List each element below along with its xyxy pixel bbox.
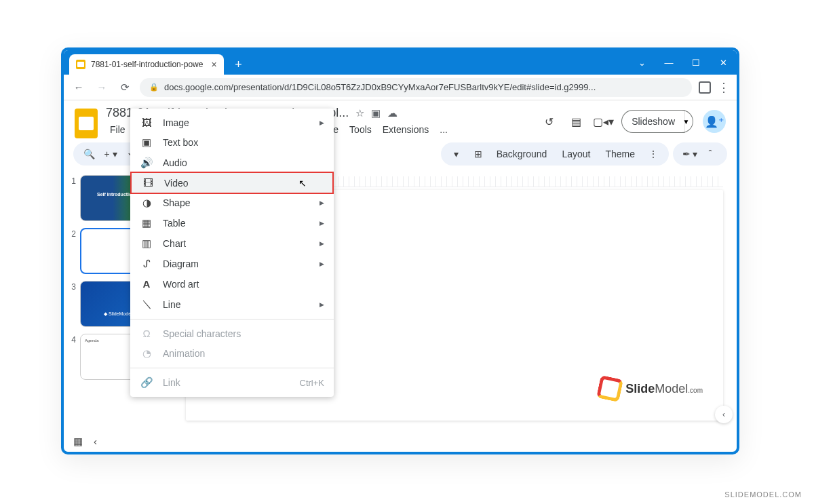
cloud-icon[interactable]: ☁	[387, 107, 398, 119]
submenu-arrow-icon: ▶	[319, 240, 324, 247]
maximize-icon[interactable]: ☐	[682, 52, 710, 73]
insert-animation: ◔Animation	[130, 343, 334, 364]
link-icon: 🔗	[140, 376, 153, 389]
search-icon[interactable]: 🔍	[80, 145, 98, 163]
slidemodel-logo: SlideModel.com	[598, 377, 703, 400]
submenu-arrow-icon: ▶	[319, 119, 324, 126]
url-text: docs.google.com/presentation/d/1D9CiL08o…	[164, 82, 596, 92]
thumb-number: 2	[69, 229, 76, 239]
slides-favicon-icon	[76, 60, 85, 69]
submenu-arrow-icon: ▶	[319, 199, 324, 206]
menu-tools[interactable]: Tools	[345, 123, 376, 136]
menu-file[interactable]: File	[106, 123, 130, 136]
insert-table[interactable]: ▦Table▶	[130, 213, 334, 233]
insert-special-chars: ΩSpecial characters	[130, 324, 334, 343]
insert-chart[interactable]: ▥Chart▶	[130, 233, 334, 254]
insert-line[interactable]: ＼Line▶	[130, 294, 334, 315]
chrome-menu-icon[interactable]: ⋮	[718, 80, 730, 95]
special-chars-icon: Ω	[140, 328, 153, 339]
menu-separator	[130, 319, 334, 319]
address-bar-row: ← → ⟳ 🔒 docs.google.com/presentation/d/1…	[64, 75, 737, 100]
insert-textbox[interactable]: ▣Text box	[130, 132, 334, 153]
insert-wordart[interactable]: AWord art	[130, 274, 334, 294]
layout-button[interactable]: Layout	[556, 146, 596, 162]
shape-icon: ◑	[140, 197, 153, 209]
meet-icon[interactable]: ▢◂▾	[594, 113, 612, 130]
prev-slide-icon[interactable]: ‹	[94, 435, 97, 448]
slideshow-dropdown[interactable]: ▼	[676, 110, 693, 133]
submenu-arrow-icon: ▶	[319, 301, 324, 308]
tab-close-icon[interactable]: ×	[211, 59, 216, 70]
audio-icon: 🔊	[140, 157, 153, 169]
collapse-toolbar-icon[interactable]: ˆ	[701, 145, 719, 163]
wordart-icon: A	[140, 278, 153, 290]
share-button[interactable]: 👤⁺	[703, 110, 726, 133]
insert-image[interactable]: 🖼Image▶	[130, 113, 334, 132]
extensions-icon[interactable]	[699, 81, 711, 94]
textbox-tool-icon[interactable]: ⊞	[469, 145, 487, 163]
background-button[interactable]: Background	[491, 146, 553, 162]
page-watermark: SLIDEMODEL.COM	[724, 490, 802, 499]
pointer-mode-icon[interactable]: ✒ ▾	[681, 145, 699, 163]
textbox-icon: ▣	[140, 136, 153, 149]
arrow-tool-icon[interactable]: ▾	[448, 145, 465, 163]
close-icon[interactable]: ✕	[710, 52, 737, 73]
slides-logo-icon[interactable]	[75, 109, 98, 138]
thumb-number: 4	[69, 335, 76, 345]
chevron-down-icon[interactable]: ⌄	[628, 52, 655, 73]
star-icon[interactable]: ☆	[355, 107, 364, 119]
menu-more[interactable]: ...	[435, 123, 452, 136]
thumb-number: 3	[69, 282, 76, 292]
line-icon: ＼	[140, 298, 153, 311]
grid-view-icon[interactable]: ▦	[73, 435, 83, 448]
table-icon: ▦	[140, 217, 153, 229]
lock-icon: 🔒	[149, 83, 159, 92]
thumb-number: 1	[69, 176, 76, 186]
collapse-panel-icon[interactable]: ‹	[715, 406, 733, 423]
comments-icon[interactable]: ▤	[567, 113, 585, 130]
forward-icon[interactable]: →	[94, 79, 110, 96]
submenu-arrow-icon: ▶	[319, 220, 324, 227]
theme-button[interactable]: Theme	[600, 146, 640, 162]
insert-menu-dropdown: 🖼Image▶ ▣Text box 🔊Audio 🎞Video↖ ◑Shape▶…	[130, 109, 334, 397]
move-icon[interactable]: ▣	[371, 107, 381, 119]
cursor-icon: ↖	[298, 178, 307, 189]
new-slide-icon[interactable]: + ▾	[102, 145, 119, 163]
image-icon: 🖼	[140, 117, 153, 128]
insert-audio[interactable]: 🔊Audio	[130, 153, 334, 173]
animation-icon: ◔	[140, 347, 153, 360]
shortcut-label: Ctrl+K	[300, 378, 324, 388]
chart-icon: ▥	[140, 237, 153, 250]
menu-extensions[interactable]: Extensions	[379, 123, 433, 136]
reload-icon[interactable]: ⟳	[117, 79, 133, 96]
window-controls: ⌄ — ☐ ✕	[628, 52, 737, 73]
diagram-icon: ᔑ	[140, 258, 153, 270]
insert-link: 🔗LinkCtrl+K	[130, 372, 334, 393]
tab-title: 7881-01-self-introduction-powe	[91, 60, 203, 69]
minimize-icon[interactable]: —	[655, 52, 682, 73]
back-icon[interactable]: ←	[71, 79, 87, 96]
slidemodel-ring-icon	[596, 375, 623, 402]
video-icon: 🎞	[141, 177, 155, 189]
submenu-arrow-icon: ▶	[319, 260, 324, 267]
history-icon[interactable]: ↺	[540, 113, 558, 130]
menu-separator	[130, 368, 334, 368]
more-tools-icon[interactable]: ⋮	[644, 145, 662, 163]
browser-tab[interactable]: 7881-01-self-introduction-powe ×	[69, 54, 224, 75]
new-tab-button[interactable]: +	[231, 56, 247, 73]
insert-shape[interactable]: ◑Shape▶	[130, 193, 334, 213]
address-bar[interactable]: 🔒 docs.google.com/presentation/d/1D9CiL0…	[140, 78, 692, 97]
browser-titlebar: 7881-01-self-introduction-powe × + ⌄ — ☐…	[64, 50, 737, 75]
insert-diagram[interactable]: ᔑDiagram▶	[130, 254, 334, 274]
insert-video[interactable]: 🎞Video↖	[130, 172, 334, 194]
